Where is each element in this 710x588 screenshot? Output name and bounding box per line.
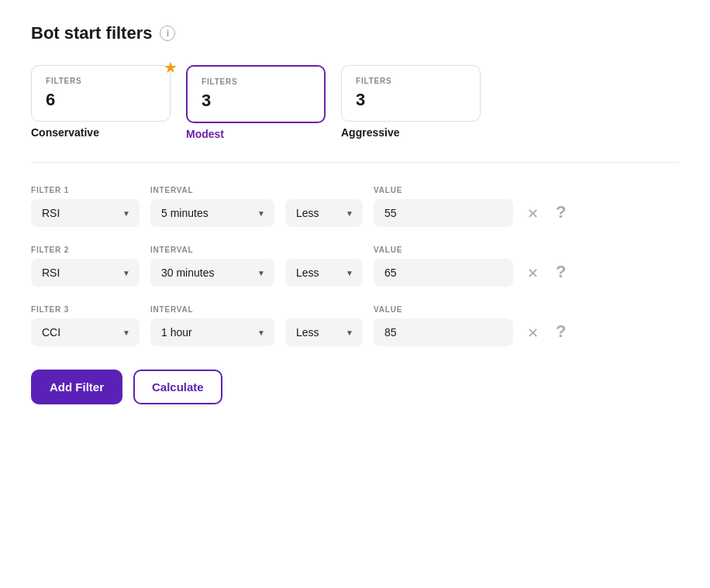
filter2-value-group: VALUE <box>374 246 513 287</box>
filter1-label: FILTER 1 <box>31 186 140 194</box>
filter1-interval-select[interactable]: 1 minute 5 minutes 15 minutes 30 minutes… <box>150 199 274 227</box>
filter-row-1: FILTER 1 RSI CCI MACD Stochastic ▼ INTER… <box>31 186 679 227</box>
filter1-interval-group: INTERVAL 1 minute 5 minutes 15 minutes 3… <box>150 186 274 227</box>
preset-card-aggressive[interactable]: FILTERS 3 <box>341 65 481 122</box>
preset-count-conservative: 6 <box>46 90 156 110</box>
filter3-interval-wrapper: 1 minute 5 minutes 15 minutes 30 minutes… <box>150 318 274 346</box>
filter1-operator-group: Less Greater Equal ▼ <box>285 199 363 227</box>
filter1-value-label: VALUE <box>374 186 513 194</box>
presets-row: ★ FILTERS 6 Conservative FILTERS 3 Modes… <box>31 65 679 140</box>
filter3-remove-button[interactable]: ✕ <box>524 322 542 345</box>
section-divider <box>31 162 679 163</box>
filter2-value-input[interactable] <box>374 259 513 287</box>
filter3-operator-group: Less Greater Equal ▼ <box>285 318 363 346</box>
filter1-value-group: VALUE <box>374 186 513 227</box>
filter2-interval-label: INTERVAL <box>150 246 274 254</box>
filter3-help-button[interactable]: ? <box>553 318 569 345</box>
star-badge: ★ <box>164 58 178 77</box>
filter-row-3: FILTER 3 RSI CCI MACD Stochastic ▼ INTER… <box>31 305 679 346</box>
filter3-interval-group: INTERVAL 1 minute 5 minutes 15 minutes 3… <box>150 305 274 346</box>
filter2-interval-select[interactable]: 1 minute 5 minutes 15 minutes 30 minutes… <box>150 259 274 287</box>
filter3-interval-label: INTERVAL <box>150 305 274 314</box>
filter1-value-input[interactable] <box>374 199 513 227</box>
actions-row: Add Filter Calculate <box>31 370 679 404</box>
preset-name-modest: Modest <box>186 128 326 140</box>
info-icon[interactable]: i <box>160 26 175 41</box>
filter3-interval-select[interactable]: 1 minute 5 minutes 15 minutes 30 minutes… <box>150 318 274 346</box>
filter3-value-group: VALUE <box>374 305 513 346</box>
filter1-interval-label: INTERVAL <box>150 186 274 194</box>
filter-row-2: FILTER 2 RSI CCI MACD Stochastic ▼ INTER… <box>31 246 679 287</box>
filter2-type-group: FILTER 2 RSI CCI MACD Stochastic ▼ <box>31 246 140 287</box>
filter2-interval-wrapper: 1 minute 5 minutes 15 minutes 30 minutes… <box>150 259 274 287</box>
preset-count-aggressive: 3 <box>356 90 466 110</box>
filter3-value-input[interactable] <box>374 318 513 346</box>
page-title: Bot start filters <box>31 23 152 43</box>
filter3-label: FILTER 3 <box>31 305 140 314</box>
filter2-type-wrapper: RSI CCI MACD Stochastic ▼ <box>31 259 140 287</box>
filter3-operator-wrapper: Less Greater Equal ▼ <box>285 318 363 346</box>
filter1-operator-select[interactable]: Less Greater Equal <box>285 199 363 227</box>
preset-name-aggressive: Aggressive <box>341 126 481 139</box>
filter2-label: FILTER 2 <box>31 246 140 254</box>
filter1-type-select[interactable]: RSI CCI MACD Stochastic <box>31 199 140 227</box>
add-filter-button[interactable]: Add Filter <box>31 370 122 404</box>
filter2-operator-select[interactable]: Less Greater Equal <box>285 259 363 287</box>
page-header: Bot start filters i <box>31 23 679 43</box>
preset-label-modest: FILTERS <box>202 77 310 86</box>
filter2-type-select[interactable]: RSI CCI MACD Stochastic <box>31 259 140 287</box>
filter3-value-label: VALUE <box>374 305 513 314</box>
preset-name-conservative: Conservative <box>31 126 171 139</box>
preset-card-modest[interactable]: FILTERS 3 <box>186 65 326 123</box>
filter2-value-label: VALUE <box>374 246 513 254</box>
filter1-help-button[interactable]: ? <box>553 199 569 225</box>
calculate-button[interactable]: Calculate <box>133 370 222 404</box>
filter-section: FILTER 1 RSI CCI MACD Stochastic ▼ INTER… <box>31 186 679 346</box>
filter2-operator-wrapper: Less Greater Equal ▼ <box>285 259 363 287</box>
filter2-help-button[interactable]: ? <box>553 259 569 285</box>
filter1-type-wrapper: RSI CCI MACD Stochastic ▼ <box>31 199 140 227</box>
filter3-type-select[interactable]: RSI CCI MACD Stochastic <box>31 318 140 346</box>
filter2-remove-button[interactable]: ✕ <box>524 262 542 285</box>
filter1-interval-wrapper: 1 minute 5 minutes 15 minutes 30 minutes… <box>150 199 274 227</box>
filter1-operator-wrapper: Less Greater Equal ▼ <box>285 199 363 227</box>
filter1-remove-button[interactable]: ✕ <box>524 202 542 225</box>
filter3-type-group: FILTER 3 RSI CCI MACD Stochastic ▼ <box>31 305 140 346</box>
preset-label-aggressive: FILTERS <box>356 77 466 85</box>
preset-card-conservative[interactable]: ★ FILTERS 6 <box>31 65 171 122</box>
preset-count-modest: 3 <box>202 91 310 111</box>
filter1-type-group: FILTER 1 RSI CCI MACD Stochastic ▼ <box>31 186 140 227</box>
filter2-interval-group: INTERVAL 1 minute 5 minutes 15 minutes 3… <box>150 246 274 287</box>
preset-label-conservative: FILTERS <box>46 77 156 85</box>
filter2-operator-group: Less Greater Equal ▼ <box>285 259 363 287</box>
filter3-type-wrapper: RSI CCI MACD Stochastic ▼ <box>31 318 140 346</box>
filter3-operator-select[interactable]: Less Greater Equal <box>285 318 363 346</box>
